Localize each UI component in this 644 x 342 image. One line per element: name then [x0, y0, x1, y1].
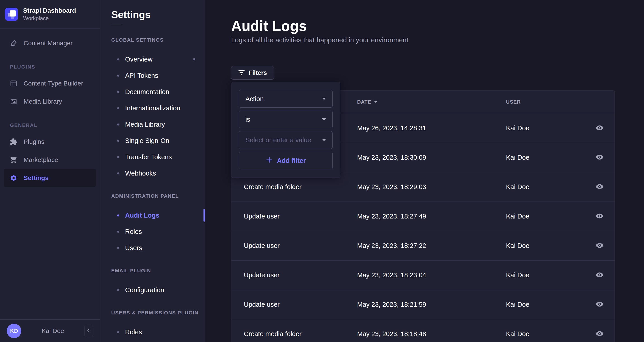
subnav-item-label: Configuration: [125, 286, 164, 294]
sidebar-item-marketplace[interactable]: Marketplace: [0, 151, 100, 169]
view-details-button[interactable]: [593, 210, 606, 223]
subnav-item-label: Documentation: [125, 88, 169, 96]
bullet-dot: [117, 107, 119, 109]
filter-operator-select[interactable]: is: [239, 111, 333, 128]
user-avatar: KD: [7, 324, 21, 338]
table-row[interactable]: Create media folder May 23, 2023, 18:18:…: [231, 319, 614, 342]
sidebar-item-label: Content Manager: [24, 40, 72, 47]
sidebar-section-plugins: PLUGINS: [10, 64, 100, 70]
sidebar-item-media-library[interactable]: Media Library: [0, 93, 100, 111]
table-row[interactable]: Update user May 23, 2023, 18:27:22 Kai D…: [231, 231, 614, 260]
workspace-name: Workplace: [23, 15, 76, 21]
subnav-item-label: Roles: [125, 329, 142, 336]
cell-user: Kai Doe: [506, 183, 590, 191]
eye-icon: [596, 182, 604, 191]
view-details-button[interactable]: [593, 180, 606, 194]
page-title: Audit Logs: [231, 18, 307, 34]
subnav-title: Settings: [100, 0, 205, 19]
table-row[interactable]: Update user May 23, 2023, 18:27:49 Kai D…: [231, 201, 614, 231]
gear-icon: [10, 174, 18, 182]
subnav-item-audit-logs[interactable]: Audit Logs: [100, 207, 205, 223]
main-sidebar: Strapi Dashboard Workplace Content Manag…: [0, 0, 100, 342]
bullet-dot: [117, 58, 119, 60]
view-details-button[interactable]: [593, 327, 606, 341]
view-details-button[interactable]: [593, 239, 606, 253]
subnav-item-configuration[interactable]: Configuration: [100, 282, 205, 298]
subnav-item-media-library[interactable]: Media Library: [100, 116, 205, 133]
bullet-dot: [117, 124, 119, 126]
subnav-item-label: Webhooks: [125, 170, 156, 177]
subnav-item-documentation[interactable]: Documentation: [100, 84, 205, 100]
plus-icon: [266, 156, 273, 165]
cell-date: May 23, 2023, 18:27:49: [357, 213, 506, 220]
filters-button[interactable]: Filters: [231, 66, 274, 80]
sidebar-item-label: Marketplace: [24, 156, 58, 164]
subnav-item-single-sign-on[interactable]: Single Sign-On: [100, 133, 205, 149]
bullet-dot: [117, 231, 119, 233]
image-icon: [10, 98, 18, 106]
collapse-sidebar-button[interactable]: [84, 325, 93, 337]
cell-user: Kai Doe: [506, 242, 590, 249]
subnav-item-providers[interactable]: Providers: [100, 340, 205, 342]
bullet-dot: [117, 140, 119, 142]
subnav-item-label: Audit Logs: [125, 212, 159, 219]
sidebar-item-label: Media Library: [24, 98, 62, 105]
workspace-switcher[interactable]: Strapi Dashboard Workplace: [0, 0, 100, 29]
sidebar-item-content-type-builder[interactable]: Content-Type Builder: [0, 74, 100, 93]
subnav-item-overview[interactable]: Overview: [100, 51, 205, 67]
filter-value-select[interactable]: Select or enter a value: [239, 131, 333, 149]
subnav-item-label: Single Sign-On: [125, 137, 169, 145]
column-header-user: USER: [506, 99, 590, 105]
eye-icon: [596, 300, 604, 309]
view-details-button[interactable]: [593, 151, 606, 165]
subnav-item-up-roles[interactable]: Roles: [100, 324, 205, 340]
column-header-date[interactable]: DATE: [357, 99, 506, 105]
filter-icon: [238, 70, 245, 75]
cell-user: Kai Doe: [506, 330, 590, 338]
filter-field-select[interactable]: Action: [239, 90, 333, 108]
cell-user: Kai Doe: [506, 124, 590, 132]
subnav-item-users[interactable]: Users: [100, 240, 205, 256]
column-header-user-label: USER: [506, 99, 521, 105]
subnav-item-internationalization[interactable]: Internationalization: [100, 100, 205, 116]
sidebar-item-content-manager[interactable]: Content Manager: [0, 34, 100, 52]
cell-date: May 23, 2023, 18:30:09: [357, 154, 506, 161]
bullet-dot: [117, 289, 119, 291]
cell-user: Kai Doe: [506, 213, 590, 220]
bullet-dot: [117, 91, 119, 93]
cell-user: Kai Doe: [506, 301, 590, 308]
main-content: Audit Logs Logs of all the activities th…: [205, 0, 644, 342]
subnav-item-transfer-tokens[interactable]: Transfer Tokens: [100, 149, 205, 165]
cell-user: Kai Doe: [506, 271, 590, 279]
eye-icon: [596, 241, 604, 250]
subnav-item-webhooks[interactable]: Webhooks: [100, 165, 205, 181]
filter-value-placeholder: Select or enter a value: [246, 136, 311, 144]
eye-icon: [596, 271, 604, 280]
cell-date: May 23, 2023, 18:27:22: [357, 242, 506, 249]
table-row[interactable]: Update user May 23, 2023, 18:21:59 Kai D…: [231, 290, 614, 319]
view-details-button[interactable]: [593, 121, 606, 135]
view-details-button[interactable]: [593, 269, 606, 282]
settings-subnav: Settings GLOBAL SETTINGS Overview API To…: [100, 0, 205, 342]
subnav-item-label: Users: [125, 244, 142, 252]
cell-action: Create media folder: [244, 330, 357, 338]
view-details-button[interactable]: [593, 298, 606, 312]
puzzle-icon: [10, 138, 18, 146]
subnav-item-label: Media Library: [125, 121, 165, 128]
notification-dot: [193, 58, 195, 60]
sort-descending-icon: [374, 101, 378, 103]
sidebar-item-label: Plugins: [24, 138, 44, 146]
subnav-divider: [111, 25, 122, 25]
sidebar-item-settings[interactable]: Settings: [4, 169, 96, 187]
chevron-left-icon: [86, 328, 91, 334]
bullet-dot: [117, 331, 119, 333]
subnav-item-api-tokens[interactable]: API Tokens: [100, 67, 205, 84]
sidebar-footer: KD Kai Doe: [0, 319, 100, 342]
add-filter-button[interactable]: Add filter: [239, 152, 333, 170]
subnav-item-admin-roles[interactable]: Roles: [100, 223, 205, 240]
strapi-dashboard: Strapi Dashboard Workplace Content Manag…: [0, 0, 644, 342]
table-row[interactable]: Update user May 23, 2023, 18:23:04 Kai D…: [231, 260, 614, 290]
sidebar-section-general: GENERAL: [10, 122, 100, 128]
filter-operator-value: is: [246, 116, 250, 123]
sidebar-item-plugins[interactable]: Plugins: [0, 133, 100, 151]
